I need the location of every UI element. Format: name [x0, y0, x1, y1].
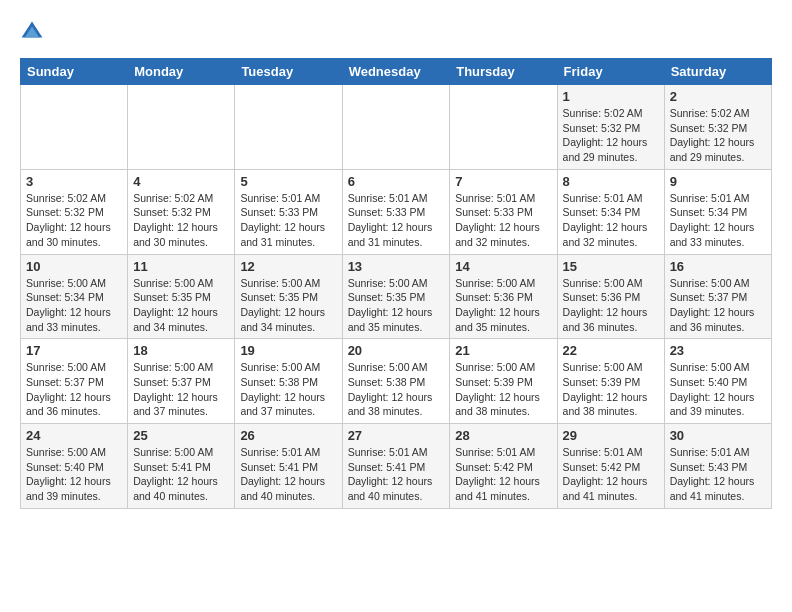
- calendar-empty-cell: [342, 85, 450, 170]
- day-header-thursday: Thursday: [450, 59, 557, 85]
- calendar-week-row: 24Sunrise: 5:00 AM Sunset: 5:40 PM Dayli…: [21, 424, 772, 509]
- calendar-day-10: 10Sunrise: 5:00 AM Sunset: 5:34 PM Dayli…: [21, 254, 128, 339]
- day-number: 13: [348, 259, 445, 274]
- day-info: Sunrise: 5:01 AM Sunset: 5:34 PM Dayligh…: [670, 191, 766, 250]
- day-info: Sunrise: 5:00 AM Sunset: 5:36 PM Dayligh…: [563, 276, 659, 335]
- day-info: Sunrise: 5:00 AM Sunset: 5:40 PM Dayligh…: [670, 360, 766, 419]
- day-info: Sunrise: 5:00 AM Sunset: 5:35 PM Dayligh…: [240, 276, 336, 335]
- day-info: Sunrise: 5:01 AM Sunset: 5:33 PM Dayligh…: [348, 191, 445, 250]
- day-number: 24: [26, 428, 122, 443]
- logo: [20, 20, 46, 48]
- calendar-empty-cell: [128, 85, 235, 170]
- day-number: 11: [133, 259, 229, 274]
- calendar-empty-cell: [21, 85, 128, 170]
- day-number: 19: [240, 343, 336, 358]
- day-info: Sunrise: 5:00 AM Sunset: 5:38 PM Dayligh…: [348, 360, 445, 419]
- day-number: 27: [348, 428, 445, 443]
- day-number: 29: [563, 428, 659, 443]
- calendar-day-17: 17Sunrise: 5:00 AM Sunset: 5:37 PM Dayli…: [21, 339, 128, 424]
- calendar-day-22: 22Sunrise: 5:00 AM Sunset: 5:39 PM Dayli…: [557, 339, 664, 424]
- day-info: Sunrise: 5:00 AM Sunset: 5:40 PM Dayligh…: [26, 445, 122, 504]
- page: SundayMondayTuesdayWednesdayThursdayFrid…: [0, 0, 792, 519]
- day-header-tuesday: Tuesday: [235, 59, 342, 85]
- day-header-sunday: Sunday: [21, 59, 128, 85]
- day-info: Sunrise: 5:02 AM Sunset: 5:32 PM Dayligh…: [563, 106, 659, 165]
- calendar-day-2: 2Sunrise: 5:02 AM Sunset: 5:32 PM Daylig…: [664, 85, 771, 170]
- day-info: Sunrise: 5:02 AM Sunset: 5:32 PM Dayligh…: [670, 106, 766, 165]
- calendar-day-14: 14Sunrise: 5:00 AM Sunset: 5:36 PM Dayli…: [450, 254, 557, 339]
- calendar-day-16: 16Sunrise: 5:00 AM Sunset: 5:37 PM Dayli…: [664, 254, 771, 339]
- day-info: Sunrise: 5:01 AM Sunset: 5:33 PM Dayligh…: [240, 191, 336, 250]
- day-number: 14: [455, 259, 551, 274]
- header: [20, 20, 772, 48]
- day-info: Sunrise: 5:00 AM Sunset: 5:41 PM Dayligh…: [133, 445, 229, 504]
- calendar-day-3: 3Sunrise: 5:02 AM Sunset: 5:32 PM Daylig…: [21, 169, 128, 254]
- day-number: 28: [455, 428, 551, 443]
- day-info: Sunrise: 5:01 AM Sunset: 5:34 PM Dayligh…: [563, 191, 659, 250]
- day-number: 4: [133, 174, 229, 189]
- day-info: Sunrise: 5:00 AM Sunset: 5:39 PM Dayligh…: [455, 360, 551, 419]
- day-number: 5: [240, 174, 336, 189]
- day-number: 26: [240, 428, 336, 443]
- day-number: 21: [455, 343, 551, 358]
- day-info: Sunrise: 5:01 AM Sunset: 5:41 PM Dayligh…: [348, 445, 445, 504]
- day-info: Sunrise: 5:01 AM Sunset: 5:33 PM Dayligh…: [455, 191, 551, 250]
- day-info: Sunrise: 5:00 AM Sunset: 5:35 PM Dayligh…: [133, 276, 229, 335]
- day-info: Sunrise: 5:00 AM Sunset: 5:34 PM Dayligh…: [26, 276, 122, 335]
- day-number: 30: [670, 428, 766, 443]
- day-header-friday: Friday: [557, 59, 664, 85]
- day-info: Sunrise: 5:01 AM Sunset: 5:42 PM Dayligh…: [563, 445, 659, 504]
- calendar-day-24: 24Sunrise: 5:00 AM Sunset: 5:40 PM Dayli…: [21, 424, 128, 509]
- calendar-day-23: 23Sunrise: 5:00 AM Sunset: 5:40 PM Dayli…: [664, 339, 771, 424]
- day-number: 7: [455, 174, 551, 189]
- calendar-day-4: 4Sunrise: 5:02 AM Sunset: 5:32 PM Daylig…: [128, 169, 235, 254]
- day-info: Sunrise: 5:01 AM Sunset: 5:43 PM Dayligh…: [670, 445, 766, 504]
- day-info: Sunrise: 5:00 AM Sunset: 5:38 PM Dayligh…: [240, 360, 336, 419]
- calendar-day-30: 30Sunrise: 5:01 AM Sunset: 5:43 PM Dayli…: [664, 424, 771, 509]
- day-number: 22: [563, 343, 659, 358]
- day-info: Sunrise: 5:00 AM Sunset: 5:37 PM Dayligh…: [26, 360, 122, 419]
- day-number: 20: [348, 343, 445, 358]
- day-number: 12: [240, 259, 336, 274]
- day-info: Sunrise: 5:00 AM Sunset: 5:35 PM Dayligh…: [348, 276, 445, 335]
- day-header-wednesday: Wednesday: [342, 59, 450, 85]
- day-number: 6: [348, 174, 445, 189]
- day-info: Sunrise: 5:00 AM Sunset: 5:37 PM Dayligh…: [133, 360, 229, 419]
- calendar-day-6: 6Sunrise: 5:01 AM Sunset: 5:33 PM Daylig…: [342, 169, 450, 254]
- day-number: 16: [670, 259, 766, 274]
- day-header-monday: Monday: [128, 59, 235, 85]
- day-number: 8: [563, 174, 659, 189]
- day-number: 3: [26, 174, 122, 189]
- calendar-table: SundayMondayTuesdayWednesdayThursdayFrid…: [20, 58, 772, 509]
- day-number: 10: [26, 259, 122, 274]
- calendar-day-29: 29Sunrise: 5:01 AM Sunset: 5:42 PM Dayli…: [557, 424, 664, 509]
- calendar-empty-cell: [235, 85, 342, 170]
- calendar-day-9: 9Sunrise: 5:01 AM Sunset: 5:34 PM Daylig…: [664, 169, 771, 254]
- calendar-day-5: 5Sunrise: 5:01 AM Sunset: 5:33 PM Daylig…: [235, 169, 342, 254]
- calendar-day-20: 20Sunrise: 5:00 AM Sunset: 5:38 PM Dayli…: [342, 339, 450, 424]
- calendar-day-21: 21Sunrise: 5:00 AM Sunset: 5:39 PM Dayli…: [450, 339, 557, 424]
- calendar-week-row: 17Sunrise: 5:00 AM Sunset: 5:37 PM Dayli…: [21, 339, 772, 424]
- calendar-day-18: 18Sunrise: 5:00 AM Sunset: 5:37 PM Dayli…: [128, 339, 235, 424]
- day-info: Sunrise: 5:02 AM Sunset: 5:32 PM Dayligh…: [133, 191, 229, 250]
- day-info: Sunrise: 5:01 AM Sunset: 5:42 PM Dayligh…: [455, 445, 551, 504]
- day-number: 9: [670, 174, 766, 189]
- day-number: 18: [133, 343, 229, 358]
- calendar-day-7: 7Sunrise: 5:01 AM Sunset: 5:33 PM Daylig…: [450, 169, 557, 254]
- day-info: Sunrise: 5:02 AM Sunset: 5:32 PM Dayligh…: [26, 191, 122, 250]
- calendar-day-11: 11Sunrise: 5:00 AM Sunset: 5:35 PM Dayli…: [128, 254, 235, 339]
- calendar-day-26: 26Sunrise: 5:01 AM Sunset: 5:41 PM Dayli…: [235, 424, 342, 509]
- day-info: Sunrise: 5:00 AM Sunset: 5:37 PM Dayligh…: [670, 276, 766, 335]
- calendar-week-row: 1Sunrise: 5:02 AM Sunset: 5:32 PM Daylig…: [21, 85, 772, 170]
- day-info: Sunrise: 5:00 AM Sunset: 5:36 PM Dayligh…: [455, 276, 551, 335]
- logo-icon: [20, 20, 44, 44]
- day-number: 17: [26, 343, 122, 358]
- calendar-day-8: 8Sunrise: 5:01 AM Sunset: 5:34 PM Daylig…: [557, 169, 664, 254]
- calendar-day-27: 27Sunrise: 5:01 AM Sunset: 5:41 PM Dayli…: [342, 424, 450, 509]
- day-number: 25: [133, 428, 229, 443]
- calendar-day-19: 19Sunrise: 5:00 AM Sunset: 5:38 PM Dayli…: [235, 339, 342, 424]
- calendar-day-15: 15Sunrise: 5:00 AM Sunset: 5:36 PM Dayli…: [557, 254, 664, 339]
- calendar-day-12: 12Sunrise: 5:00 AM Sunset: 5:35 PM Dayli…: [235, 254, 342, 339]
- day-number: 1: [563, 89, 659, 104]
- calendar-day-28: 28Sunrise: 5:01 AM Sunset: 5:42 PM Dayli…: [450, 424, 557, 509]
